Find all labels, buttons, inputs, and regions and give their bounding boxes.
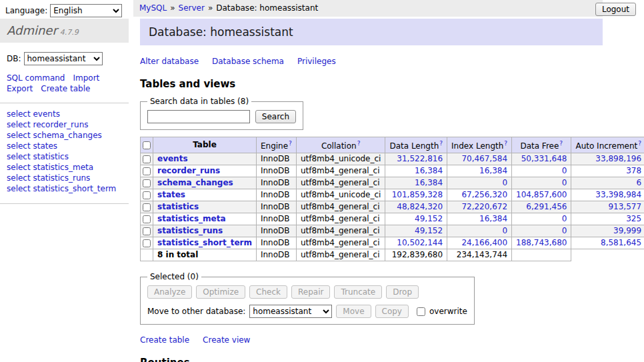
help-icon[interactable]: ? (559, 140, 563, 147)
table-link-recorder_runs[interactable]: recorder_runs (157, 166, 220, 175)
data-free-link[interactable]: 0 (562, 166, 567, 175)
data-length-link[interactable]: 49,152 (415, 226, 443, 235)
adminer-logo[interactable]: Adminer (7, 23, 57, 37)
data-free-link[interactable]: 50,331,648 (521, 154, 567, 163)
sidebar-select-statistics-runs[interactable]: select statistics_runs (7, 173, 90, 183)
index-length-link[interactable]: 67,256,320 (461, 190, 507, 199)
table-link-states[interactable]: states (157, 190, 185, 199)
select-all-checkbox[interactable] (143, 141, 151, 149)
table-link-statistics[interactable]: statistics (157, 202, 199, 211)
help-icon[interactable]: ? (638, 140, 641, 147)
search-input[interactable] (147, 110, 250, 123)
selected-buttons: AnalyzeOptimizeCheckRepairTruncateDrop (147, 285, 467, 299)
language-bar: Language:English (5, 4, 122, 17)
table-link-statistics_meta[interactable]: statistics_meta (157, 214, 226, 223)
data-free-link[interactable]: 0 (562, 226, 567, 235)
auto-increment-link[interactable]: 378 (626, 166, 641, 175)
data-length-link[interactable]: 16,384 (415, 178, 443, 187)
move-db-select[interactable]: homeassistant (249, 305, 332, 318)
sidebar-select-events[interactable]: select events (7, 109, 60, 119)
table-link-events[interactable]: events (157, 154, 188, 163)
data-free-link[interactable]: 6,291,456 (526, 202, 567, 211)
index-length-link[interactable]: 24,166,400 (461, 238, 507, 247)
sidebar-link-export[interactable]: Export (7, 84, 33, 93)
search-button[interactable]: Search (255, 110, 296, 123)
help-icon[interactable]: ? (439, 140, 443, 147)
index-length-link[interactable]: 16,384 (479, 166, 507, 175)
data-length-link[interactable]: 16,384 (415, 166, 443, 175)
link-alter-database[interactable]: Alter database (140, 57, 199, 66)
cell-index-length: 0 (447, 225, 512, 237)
optimize-button[interactable]: Optimize (196, 285, 245, 299)
copy-button[interactable]: Copy (375, 305, 409, 318)
sidebar-link-create-table[interactable]: Create table (41, 84, 90, 93)
row-checkbox-schema_changes[interactable] (143, 179, 151, 187)
overwrite-checkbox[interactable] (417, 307, 425, 316)
auto-increment-link[interactable]: 33,898,196 (595, 154, 641, 163)
truncate-button[interactable]: Truncate (334, 285, 382, 299)
row-checkbox-statistics_meta[interactable] (143, 215, 151, 223)
sidebar-select-recorder-runs[interactable]: select recorder_runs (7, 120, 89, 129)
row-checkbox-states[interactable] (143, 191, 151, 199)
sidebar-link-sql-command[interactable]: SQL command (7, 73, 65, 83)
sidebar-select-statistics[interactable]: select statistics (7, 152, 69, 161)
logout-button[interactable]: Logout (595, 3, 636, 16)
data-free-link[interactable]: 188,743,680 (516, 238, 567, 247)
cell-data-free: 188,743,680 (512, 237, 571, 249)
link-create-table[interactable]: Create table (140, 335, 189, 345)
sidebar-select-statistics-short-term[interactable]: select statistics_short_term (7, 184, 116, 193)
row-checkbox-cell (141, 213, 153, 225)
data-length-link[interactable]: 101,859,328 (392, 190, 443, 199)
table-link-statistics_runs[interactable]: statistics_runs (157, 226, 223, 235)
sidebar-actions: SQL commandImport ExportCreate table (0, 68, 129, 103)
auto-increment-link[interactable]: 39,999 (613, 226, 641, 235)
index-length-link[interactable]: 16,384 (479, 214, 507, 223)
data-free-link[interactable]: 0 (562, 178, 567, 187)
help-icon[interactable]: ? (289, 140, 292, 147)
sidebar-select-states[interactable]: select states (7, 141, 57, 151)
auto-increment-link[interactable]: 8,581,645 (601, 238, 641, 247)
row-checkbox-events[interactable] (143, 155, 151, 163)
repair-button[interactable]: Repair (291, 285, 330, 299)
data-length-link[interactable]: 31,522,816 (397, 154, 443, 163)
data-free-link[interactable]: 104,857,600 (516, 190, 567, 199)
sidebar-link-import[interactable]: Import (73, 73, 99, 83)
move-button[interactable]: Move (336, 305, 371, 318)
row-checkbox-statistics_short_term[interactable] (143, 239, 151, 247)
auto-increment-link[interactable]: 913,577 (608, 202, 641, 211)
check-button[interactable]: Check (249, 285, 287, 299)
drop-button[interactable]: Drop (386, 285, 419, 299)
row-checkbox-statistics_runs[interactable] (143, 227, 151, 235)
auto-increment-link[interactable]: 325 (626, 214, 641, 223)
breadcrumb-link-mysql[interactable]: MySQL (139, 3, 167, 13)
language-select[interactable]: English (50, 4, 122, 17)
data-length-link[interactable]: 10,502,144 (397, 238, 443, 247)
link-create-view[interactable]: Create view (203, 335, 250, 345)
cell-data-length: 16,384 (385, 165, 447, 177)
db-select[interactable]: homeassistant (24, 52, 103, 65)
auto-increment-link[interactable]: 33,398,984 (595, 190, 641, 199)
data-length-link[interactable]: 49,152 (415, 214, 443, 223)
index-length-link[interactable]: 0 (502, 178, 507, 187)
table-link-statistics_short_term[interactable]: statistics_short_term (157, 238, 252, 247)
total-data-length-cell: 192,839,680 (385, 249, 447, 261)
analyze-button[interactable]: Analyze (147, 285, 192, 299)
link-privileges[interactable]: Privileges (297, 57, 336, 66)
help-icon[interactable]: ? (357, 140, 361, 147)
auto-increment-link[interactable]: 6 (636, 178, 641, 187)
sidebar-select-schema-changes[interactable]: select schema_changes (7, 131, 102, 140)
data-length-link[interactable]: 48,824,320 (397, 202, 443, 211)
data-free-link[interactable]: 0 (562, 214, 567, 223)
column-label: Table (193, 140, 217, 149)
index-length-link[interactable]: 72,220,672 (461, 202, 507, 211)
help-icon[interactable]: ? (504, 140, 507, 147)
index-length-link[interactable]: 70,467,584 (461, 154, 507, 163)
index-length-link[interactable]: 0 (502, 226, 507, 235)
select-all-cell (141, 137, 153, 153)
table-link-schema_changes[interactable]: schema_changes (157, 178, 233, 187)
row-checkbox-statistics[interactable] (143, 203, 151, 211)
row-checkbox-recorder_runs[interactable] (143, 167, 151, 175)
sidebar-select-statistics-meta[interactable]: select statistics_meta (7, 163, 93, 172)
link-database-schema[interactable]: Database schema (212, 57, 284, 66)
breadcrumb-link-server[interactable]: Server (179, 3, 205, 13)
